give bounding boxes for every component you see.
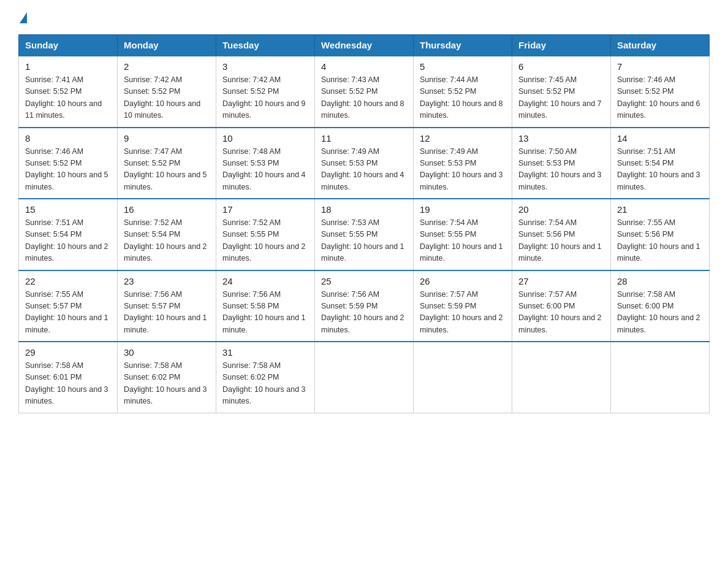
calendar-week-row: 1 Sunrise: 7:41 AM Sunset: 5:52 PM Dayli… xyxy=(19,56,710,128)
calendar-day-cell xyxy=(512,342,611,413)
calendar-day-cell: 13 Sunrise: 7:50 AM Sunset: 5:53 PM Dayl… xyxy=(512,128,611,199)
calendar-day-cell: 25 Sunrise: 7:56 AM Sunset: 5:59 PM Dayl… xyxy=(315,270,414,342)
calendar-day-cell: 3 Sunrise: 7:42 AM Sunset: 5:52 PM Dayli… xyxy=(216,56,315,128)
day-info: Sunrise: 7:57 AM Sunset: 6:00 PM Dayligh… xyxy=(518,289,604,337)
day-info: Sunrise: 7:47 AM Sunset: 5:52 PM Dayligh… xyxy=(124,146,210,194)
day-number: 13 xyxy=(518,133,604,144)
calendar-day-cell: 11 Sunrise: 7:49 AM Sunset: 5:53 PM Dayl… xyxy=(315,128,414,199)
day-number: 2 xyxy=(124,61,210,72)
day-info: Sunrise: 7:55 AM Sunset: 5:56 PM Dayligh… xyxy=(617,217,703,265)
calendar-day-cell: 24 Sunrise: 7:56 AM Sunset: 5:58 PM Dayl… xyxy=(216,270,315,342)
calendar-day-cell: 4 Sunrise: 7:43 AM Sunset: 5:52 PM Dayli… xyxy=(315,56,414,128)
calendar-week-row: 8 Sunrise: 7:46 AM Sunset: 5:52 PM Dayli… xyxy=(19,128,710,199)
calendar-week-row: 29 Sunrise: 7:58 AM Sunset: 6:01 PM Dayl… xyxy=(19,342,710,413)
calendar-day-cell: 14 Sunrise: 7:51 AM Sunset: 5:54 PM Dayl… xyxy=(611,128,710,199)
day-number: 17 xyxy=(222,204,308,215)
day-info: Sunrise: 7:49 AM Sunset: 5:53 PM Dayligh… xyxy=(420,146,506,194)
day-number: 3 xyxy=(222,61,308,72)
calendar-day-cell: 17 Sunrise: 7:52 AM Sunset: 5:55 PM Dayl… xyxy=(216,199,315,270)
day-number: 24 xyxy=(222,276,308,286)
day-number: 30 xyxy=(124,347,210,358)
day-number: 11 xyxy=(321,133,407,144)
calendar-day-cell: 19 Sunrise: 7:54 AM Sunset: 5:55 PM Dayl… xyxy=(414,199,512,270)
logo xyxy=(18,12,27,23)
calendar-day-cell: 6 Sunrise: 7:45 AM Sunset: 5:52 PM Dayli… xyxy=(512,56,611,128)
day-number: 27 xyxy=(518,276,604,286)
calendar-day-cell: 22 Sunrise: 7:55 AM Sunset: 5:57 PM Dayl… xyxy=(19,270,118,342)
calendar-day-cell: 1 Sunrise: 7:41 AM Sunset: 5:52 PM Dayli… xyxy=(19,56,118,128)
calendar-day-cell: 27 Sunrise: 7:57 AM Sunset: 6:00 PM Dayl… xyxy=(512,270,611,342)
calendar-day-cell: 31 Sunrise: 7:58 AM Sunset: 6:02 PM Dayl… xyxy=(216,342,315,413)
calendar-day-cell: 9 Sunrise: 7:47 AM Sunset: 5:52 PM Dayli… xyxy=(118,128,216,199)
day-info: Sunrise: 7:46 AM Sunset: 5:52 PM Dayligh… xyxy=(617,74,703,122)
calendar-day-cell: 20 Sunrise: 7:54 AM Sunset: 5:56 PM Dayl… xyxy=(512,199,611,270)
day-number: 26 xyxy=(420,276,506,286)
day-number: 16 xyxy=(124,204,210,215)
day-info: Sunrise: 7:48 AM Sunset: 5:53 PM Dayligh… xyxy=(222,146,308,194)
day-info: Sunrise: 7:52 AM Sunset: 5:55 PM Dayligh… xyxy=(222,217,308,265)
calendar-day-cell xyxy=(611,342,710,413)
calendar-table: SundayMondayTuesdayWednesdayThursdayFrid… xyxy=(18,34,710,413)
day-info: Sunrise: 7:43 AM Sunset: 5:52 PM Dayligh… xyxy=(321,74,407,122)
day-info: Sunrise: 7:55 AM Sunset: 5:57 PM Dayligh… xyxy=(25,289,111,337)
calendar-day-cell xyxy=(315,342,414,413)
day-info: Sunrise: 7:58 AM Sunset: 6:02 PM Dayligh… xyxy=(222,360,308,408)
day-number: 1 xyxy=(25,61,111,72)
day-info: Sunrise: 7:46 AM Sunset: 5:52 PM Dayligh… xyxy=(25,146,111,194)
day-number: 21 xyxy=(617,204,703,215)
day-info: Sunrise: 7:50 AM Sunset: 5:53 PM Dayligh… xyxy=(518,146,604,194)
day-number: 7 xyxy=(617,61,703,72)
day-number: 28 xyxy=(617,276,703,286)
calendar-day-cell xyxy=(414,342,512,413)
day-info: Sunrise: 7:45 AM Sunset: 5:52 PM Dayligh… xyxy=(518,74,604,122)
day-info: Sunrise: 7:56 AM Sunset: 5:57 PM Dayligh… xyxy=(124,289,210,337)
day-number: 31 xyxy=(222,347,308,358)
day-info: Sunrise: 7:56 AM Sunset: 5:58 PM Dayligh… xyxy=(222,289,308,337)
calendar-day-cell: 15 Sunrise: 7:51 AM Sunset: 5:54 PM Dayl… xyxy=(19,199,118,270)
weekday-header-sunday: Sunday xyxy=(19,35,118,56)
day-info: Sunrise: 7:54 AM Sunset: 5:56 PM Dayligh… xyxy=(518,217,604,265)
day-number: 25 xyxy=(321,276,407,286)
weekday-header-wednesday: Wednesday xyxy=(315,35,414,56)
day-info: Sunrise: 7:44 AM Sunset: 5:52 PM Dayligh… xyxy=(420,74,506,122)
day-info: Sunrise: 7:51 AM Sunset: 5:54 PM Dayligh… xyxy=(25,217,111,265)
day-number: 10 xyxy=(222,133,308,144)
day-number: 19 xyxy=(420,204,506,215)
day-number: 23 xyxy=(124,276,210,286)
day-info: Sunrise: 7:49 AM Sunset: 5:53 PM Dayligh… xyxy=(321,146,407,194)
day-info: Sunrise: 7:51 AM Sunset: 5:54 PM Dayligh… xyxy=(617,146,703,194)
logo-blue-part xyxy=(18,12,27,23)
day-number: 15 xyxy=(25,204,111,215)
calendar-day-cell: 5 Sunrise: 7:44 AM Sunset: 5:52 PM Dayli… xyxy=(414,56,512,128)
calendar-day-cell: 18 Sunrise: 7:53 AM Sunset: 5:55 PM Dayl… xyxy=(315,199,414,270)
weekday-header-tuesday: Tuesday xyxy=(216,35,315,56)
day-info: Sunrise: 7:58 AM Sunset: 6:00 PM Dayligh… xyxy=(617,289,703,337)
day-number: 14 xyxy=(617,133,703,144)
calendar-day-cell: 8 Sunrise: 7:46 AM Sunset: 5:52 PM Dayli… xyxy=(19,128,118,199)
day-number: 12 xyxy=(420,133,506,144)
day-info: Sunrise: 7:42 AM Sunset: 5:52 PM Dayligh… xyxy=(222,74,308,122)
day-number: 18 xyxy=(321,204,407,215)
weekday-header-friday: Friday xyxy=(512,35,611,56)
calendar-day-cell: 30 Sunrise: 7:58 AM Sunset: 6:02 PM Dayl… xyxy=(118,342,216,413)
page-header xyxy=(18,12,710,23)
day-info: Sunrise: 7:57 AM Sunset: 5:59 PM Dayligh… xyxy=(420,289,506,337)
calendar-day-cell: 26 Sunrise: 7:57 AM Sunset: 5:59 PM Dayl… xyxy=(414,270,512,342)
weekday-header-row: SundayMondayTuesdayWednesdayThursdayFrid… xyxy=(19,35,710,56)
day-number: 9 xyxy=(124,133,210,144)
weekday-header-monday: Monday xyxy=(118,35,216,56)
day-info: Sunrise: 7:41 AM Sunset: 5:52 PM Dayligh… xyxy=(25,74,111,122)
calendar-day-cell: 23 Sunrise: 7:56 AM Sunset: 5:57 PM Dayl… xyxy=(118,270,216,342)
weekday-header-saturday: Saturday xyxy=(611,35,710,56)
day-info: Sunrise: 7:42 AM Sunset: 5:52 PM Dayligh… xyxy=(124,74,210,122)
day-number: 20 xyxy=(518,204,604,215)
day-number: 6 xyxy=(518,61,604,72)
calendar-day-cell: 12 Sunrise: 7:49 AM Sunset: 5:53 PM Dayl… xyxy=(414,128,512,199)
calendar-day-cell: 21 Sunrise: 7:55 AM Sunset: 5:56 PM Dayl… xyxy=(611,199,710,270)
day-number: 8 xyxy=(25,133,111,144)
calendar-week-row: 22 Sunrise: 7:55 AM Sunset: 5:57 PM Dayl… xyxy=(19,270,710,342)
day-number: 29 xyxy=(25,347,111,358)
calendar-day-cell: 2 Sunrise: 7:42 AM Sunset: 5:52 PM Dayli… xyxy=(118,56,216,128)
calendar-day-cell: 7 Sunrise: 7:46 AM Sunset: 5:52 PM Dayli… xyxy=(611,56,710,128)
day-info: Sunrise: 7:53 AM Sunset: 5:55 PM Dayligh… xyxy=(321,217,407,265)
